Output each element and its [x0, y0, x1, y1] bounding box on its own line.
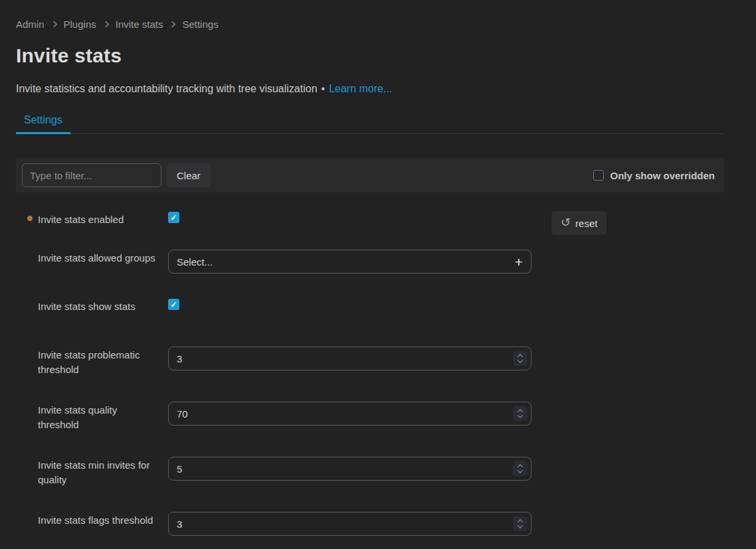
clear-button[interactable]: Clear	[167, 163, 211, 187]
setting-value	[168, 347, 531, 370]
overridden-indicator	[16, 298, 38, 303]
description-text: Invite statistics and accountability tra…	[16, 83, 318, 94]
chevron-down-icon	[518, 467, 523, 473]
bullet-separator: •	[322, 83, 326, 94]
setting-row: Invite stats problematic threshold	[16, 347, 724, 377]
setting-select[interactable]: Select... +	[168, 250, 531, 274]
setting-row: Invite stats quality threshold	[16, 402, 724, 432]
setting-value: Select... +	[168, 250, 531, 274]
setting-row: Invite stats allowed groups Select... +	[16, 250, 724, 274]
setting-label: Invite stats quality threshold	[38, 402, 168, 432]
breadcrumb-item[interactable]: Invite stats	[116, 19, 163, 30]
chevron-right-icon	[50, 21, 57, 28]
chevron-right-icon	[169, 21, 176, 28]
setting-value	[168, 457, 531, 481]
setting-label: Invite stats min invites for quality	[38, 457, 168, 487]
setting-value: ✓	[168, 211, 531, 223]
reset-label: reset	[575, 218, 597, 229]
number-stepper[interactable]	[513, 516, 527, 531]
number-input[interactable]	[168, 457, 531, 481]
setting-label: Invite stats problematic threshold	[38, 347, 168, 377]
setting-label: Invite stats flags threshold	[38, 512, 168, 528]
select-value: Select...	[177, 256, 515, 268]
breadcrumb: AdminPluginsInvite statsSettings	[16, 19, 724, 30]
overridden-indicator	[16, 402, 38, 406]
setting-value: ✓	[168, 298, 531, 310]
overridden-checkbox[interactable]	[593, 170, 604, 181]
setting-label: Invite stats enabled	[38, 211, 168, 227]
setting-label: Invite stats allowed groups	[38, 250, 168, 266]
plus-icon: +	[515, 255, 523, 269]
setting-checkbox[interactable]: ✓	[168, 212, 179, 223]
chevron-down-icon	[518, 357, 523, 362]
overridden-dot	[27, 216, 33, 221]
checkmark-icon: ✓	[170, 214, 177, 222]
undo-icon: ↺	[561, 216, 571, 228]
setting-value	[168, 512, 531, 536]
overridden-indicator	[16, 211, 38, 221]
setting-label: Invite stats show stats	[38, 298, 168, 314]
breadcrumb-item[interactable]: Plugins	[64, 19, 96, 30]
learn-more-link[interactable]: Learn more...	[329, 83, 392, 94]
number-input[interactable]	[168, 512, 531, 536]
chevron-down-icon	[518, 412, 523, 418]
number-stepper[interactable]	[513, 351, 527, 366]
setting-number	[168, 457, 531, 481]
breadcrumb-item[interactable]: Settings	[182, 19, 218, 30]
admin-plugin-settings-page: AdminPluginsInvite statsSettings Invite …	[0, 19, 756, 536]
setting-row: Invite stats enabled ✓ ↺ reset	[16, 211, 724, 235]
overridden-toggle: Only show overridden	[593, 170, 715, 181]
tab-settings[interactable]: Settings	[16, 114, 70, 134]
number-input[interactable]	[168, 402, 531, 426]
overridden-label: Only show overridden	[610, 170, 715, 181]
settings-list: Invite stats enabled ✓ ↺ reset Invite st…	[16, 211, 724, 536]
number-stepper[interactable]	[513, 406, 527, 421]
page-title: Invite stats	[16, 44, 724, 67]
setting-number	[168, 347, 531, 370]
chevron-down-icon	[518, 522, 523, 528]
reset-button[interactable]: ↺ reset	[551, 211, 607, 235]
setting-row: Invite stats flags threshold	[16, 512, 724, 536]
overridden-indicator	[16, 457, 38, 461]
setting-row: Invite stats show stats ✓	[16, 298, 724, 322]
number-stepper[interactable]	[513, 461, 527, 476]
filter-bar: Clear Only show overridden	[16, 158, 724, 193]
reset-column: ↺ reset	[551, 211, 607, 235]
tabs-bar: Settings	[16, 114, 724, 134]
overridden-indicator	[16, 512, 38, 516]
overridden-indicator	[16, 250, 38, 254]
page-description: Invite statistics and accountability tra…	[16, 83, 724, 95]
setting-row: Invite stats min invites for quality	[16, 457, 724, 487]
filter-input[interactable]	[22, 163, 161, 187]
setting-checkbox[interactable]: ✓	[168, 299, 179, 310]
setting-number	[168, 402, 531, 426]
chevron-right-icon	[102, 21, 109, 28]
checkmark-icon: ✓	[170, 301, 177, 309]
number-input[interactable]	[168, 347, 531, 370]
overridden-indicator	[16, 347, 38, 351]
setting-value	[168, 402, 531, 426]
setting-number	[168, 512, 531, 536]
breadcrumb-item[interactable]: Admin	[16, 19, 45, 30]
